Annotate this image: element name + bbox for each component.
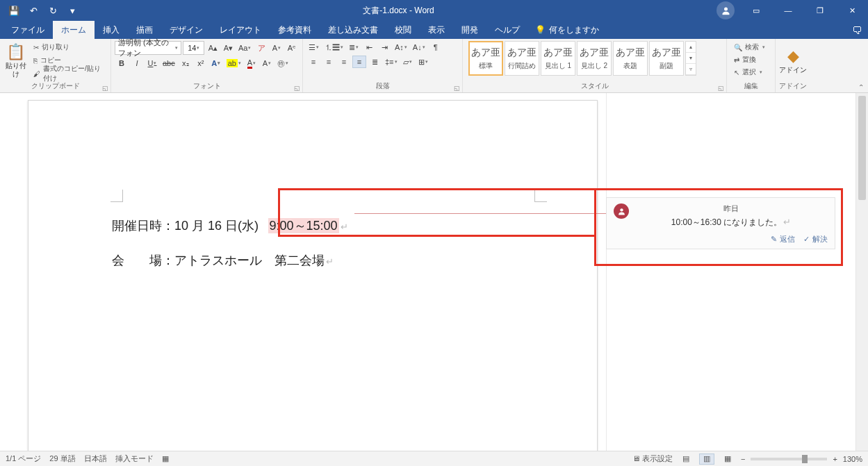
tab-help[interactable]: ヘルプ bbox=[486, 21, 528, 39]
align-left-button[interactable]: ≡ bbox=[306, 56, 320, 68]
select-button[interactable]: ↖選択 bbox=[730, 66, 769, 78]
font-name-combo[interactable]: 游明朝 (本文のフォン bbox=[115, 41, 181, 55]
tab-layout[interactable]: レイアウト bbox=[211, 21, 270, 39]
format-painter-button[interactable]: 🖌書式のコピー/貼り付け bbox=[30, 67, 107, 80]
document-page[interactable]: 開催日時：10 月 16 日(水) 9:00～15:00↵ 会 場：アトラスホー… bbox=[28, 100, 598, 451]
sort-button[interactable]: A↓ bbox=[411, 41, 427, 53]
comment-resolve-button[interactable]: ✓解決 bbox=[803, 234, 828, 244]
tell-me-search[interactable]: 💡 何をしますか bbox=[535, 21, 599, 39]
bullets-button[interactable]: ☰ bbox=[306, 41, 321, 53]
tab-view[interactable]: 表示 bbox=[420, 21, 453, 39]
style-subtitle[interactable]: あア亜副題 bbox=[649, 41, 684, 76]
status-language[interactable]: 日本語 bbox=[84, 453, 107, 464]
account-icon[interactable] bbox=[716, 1, 735, 19]
grow-font-button[interactable]: A▴ bbox=[206, 42, 220, 54]
undo-button[interactable]: ↶ bbox=[25, 2, 42, 19]
clipboard-launcher[interactable]: ◱ bbox=[102, 85, 108, 92]
styles-expand[interactable]: ▿ bbox=[686, 64, 696, 75]
char-shading-button[interactable]: A bbox=[260, 57, 274, 69]
text-direction-button[interactable]: A↕ bbox=[393, 41, 409, 53]
highlight-button[interactable]: ab bbox=[224, 57, 243, 69]
align-right-button[interactable]: ≡ bbox=[337, 56, 351, 68]
clear-formatting-button[interactable]: Aᵉ bbox=[285, 42, 299, 54]
zoom-out-button[interactable]: − bbox=[741, 455, 745, 463]
status-insert-mode[interactable]: 挿入モード bbox=[115, 453, 154, 464]
char-border-button[interactable]: A bbox=[270, 42, 284, 54]
line-1[interactable]: 開催日時：10 月 16 日(水) 9:00～15:00↵ bbox=[112, 217, 348, 234]
scrollbar-thumb[interactable] bbox=[858, 96, 866, 200]
view-print-layout[interactable]: ▥ bbox=[699, 453, 714, 465]
view-read-mode[interactable]: ▤ bbox=[678, 453, 694, 465]
save-button[interactable]: 💾 bbox=[6, 2, 22, 19]
style-normal[interactable]: あア亜標準 bbox=[468, 41, 503, 76]
italic-button[interactable]: I bbox=[130, 57, 144, 69]
view-web-layout[interactable]: ▦ bbox=[720, 453, 735, 465]
display-settings-button[interactable]: 🖥 表示設定 bbox=[632, 453, 673, 464]
comment-card[interactable]: 昨日 10:00～16:30 になりました。↵ ✎返信 ✓解決 bbox=[606, 197, 835, 249]
phonetic-guide-button[interactable]: ア bbox=[254, 42, 268, 54]
status-macro-icon[interactable]: ▦ bbox=[162, 454, 169, 463]
subscript-button[interactable]: x₂ bbox=[179, 57, 193, 69]
strikethrough-button[interactable]: abc bbox=[161, 57, 177, 69]
multilevel-list-button[interactable]: ≣ bbox=[347, 41, 361, 53]
line-2[interactable]: 会 場：アトラスホール 第二会場↵ bbox=[112, 252, 334, 269]
tab-design[interactable]: デザイン bbox=[161, 21, 211, 39]
shrink-font-button[interactable]: A▾ bbox=[221, 42, 235, 54]
vertical-scrollbar[interactable] bbox=[855, 93, 868, 451]
find-button[interactable]: 🔍検索 bbox=[730, 41, 769, 53]
line-spacing-button[interactable]: ‡≡ bbox=[383, 56, 400, 68]
tab-draw[interactable]: 描画 bbox=[128, 21, 161, 39]
enclose-chars-button[interactable]: ㊕ bbox=[275, 57, 290, 69]
justify-button[interactable]: ≡ bbox=[352, 56, 366, 68]
tab-review[interactable]: 校閲 bbox=[386, 21, 420, 39]
tab-home[interactable]: ホーム bbox=[53, 21, 95, 39]
distribute-button[interactable]: ≣ bbox=[368, 56, 382, 68]
addin-button[interactable]: ◆アドイン bbox=[779, 41, 807, 80]
redo-button[interactable]: ↻ bbox=[44, 2, 61, 19]
comment-reply-button[interactable]: ✎返信 bbox=[771, 234, 795, 244]
zoom-level[interactable]: 130% bbox=[843, 455, 862, 463]
status-page[interactable]: 1/1 ページ bbox=[6, 453, 41, 464]
style-title[interactable]: あア亜表題 bbox=[613, 41, 648, 76]
tab-file[interactable]: ファイル bbox=[3, 21, 53, 39]
styles-scroll-down[interactable]: ▾ bbox=[686, 53, 696, 64]
tab-references[interactable]: 参考資料 bbox=[270, 21, 320, 39]
share-button[interactable]: 🗨 bbox=[852, 24, 862, 36]
shading-button[interactable]: ▱ bbox=[401, 56, 415, 68]
cut-button[interactable]: ✂切り取り bbox=[30, 41, 107, 53]
style-heading1[interactable]: あア亜見出し 1 bbox=[541, 41, 575, 76]
ribbon-display-options[interactable]: ▭ bbox=[740, 0, 772, 21]
tab-insert[interactable]: 挿入 bbox=[95, 21, 128, 39]
underline-button[interactable]: U bbox=[145, 57, 159, 69]
commented-text[interactable]: 9:00～15:00 bbox=[268, 218, 339, 233]
replace-button[interactable]: ⇄置換 bbox=[730, 53, 769, 66]
paste-button[interactable]: 📋 貼り付け bbox=[3, 41, 28, 80]
align-center-button[interactable]: ≡ bbox=[322, 56, 336, 68]
show-marks-button[interactable]: ¶ bbox=[429, 41, 443, 53]
tab-mailings[interactable]: 差し込み文書 bbox=[320, 21, 386, 39]
increase-indent-button[interactable]: ⇥ bbox=[377, 41, 391, 53]
tab-developer[interactable]: 開発 bbox=[453, 21, 486, 39]
decrease-indent-button[interactable]: ⇤ bbox=[362, 41, 376, 53]
style-no-spacing[interactable]: あア亜行間詰め bbox=[505, 41, 539, 76]
document-area[interactable]: 開催日時：10 月 16 日(水) 9:00～15:00↵ 会 場：アトラスホー… bbox=[0, 93, 855, 451]
paragraph-launcher[interactable]: ◱ bbox=[454, 85, 460, 92]
superscript-button[interactable]: x² bbox=[194, 57, 208, 69]
font-size-combo[interactable]: 14 bbox=[183, 41, 204, 55]
styles-scroll-up[interactable]: ▴ bbox=[686, 42, 696, 53]
change-case-button[interactable]: Aa bbox=[236, 42, 253, 54]
maximize-button[interactable]: ❐ bbox=[804, 0, 836, 21]
text-effects-button[interactable]: A bbox=[209, 57, 223, 69]
collapse-ribbon-button[interactable]: ⌃ bbox=[858, 83, 864, 91]
styles-launcher[interactable]: ◱ bbox=[718, 85, 724, 92]
font-launcher[interactable]: ◱ bbox=[294, 85, 300, 92]
font-color-button[interactable]: A bbox=[245, 57, 259, 69]
close-button[interactable]: ✕ bbox=[836, 0, 868, 21]
bold-button[interactable]: B bbox=[115, 57, 129, 69]
borders-button[interactable]: ⊞ bbox=[416, 56, 430, 68]
style-heading2[interactable]: あア亜見出し 2 bbox=[577, 41, 612, 76]
zoom-slider-thumb[interactable] bbox=[802, 455, 808, 463]
zoom-slider[interactable] bbox=[751, 458, 827, 460]
qat-customize-button[interactable]: ▾ bbox=[64, 2, 81, 19]
numbering-button[interactable]: ⒈☰ bbox=[322, 41, 345, 53]
